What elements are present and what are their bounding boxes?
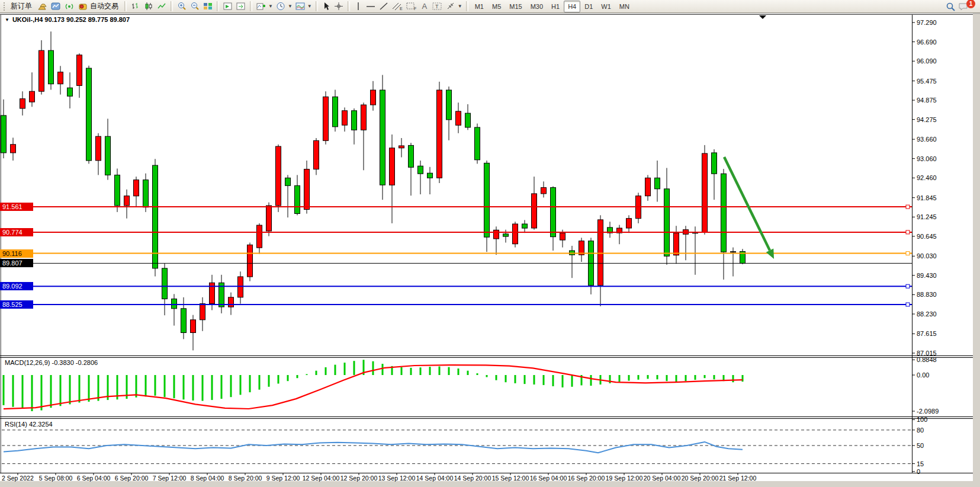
templates-dropdown-caret[interactable]: ▼ — [307, 4, 312, 9]
bar-chart-mode-button[interactable] — [129, 1, 142, 12]
candlestick — [740, 249, 746, 264]
trendline-tool-button[interactable] — [377, 1, 390, 12]
macd-histogram-bar — [88, 375, 90, 402]
timeframe-button-m15[interactable]: M15 — [505, 1, 526, 12]
macd-histogram-bar — [41, 375, 43, 411]
candlestick — [570, 246, 575, 278]
timeframe-button-h1[interactable]: H1 — [547, 1, 564, 12]
periods-dropdown-caret[interactable]: ▼ — [288, 4, 293, 9]
hline-handle-left[interactable] — [2, 205, 5, 209]
toolbar-separator — [171, 1, 173, 11]
macd-histogram-bar — [354, 361, 355, 375]
macd-histogram-bar — [571, 375, 573, 387]
indicators-button[interactable] — [255, 1, 268, 12]
candlestick — [655, 161, 660, 202]
candlestick — [494, 226, 499, 255]
candlestick — [683, 226, 689, 260]
signal-icon[interactable] — [63, 1, 76, 12]
timeframe-button-m30[interactable]: M30 — [526, 1, 547, 12]
macd-histogram-bar — [704, 375, 706, 378]
auto-scroll-button[interactable] — [234, 1, 248, 12]
timeframe-button-m5[interactable]: M5 — [488, 1, 505, 12]
autotrade-button[interactable]: 自动交易 — [76, 1, 122, 12]
crosshair-tool-button[interactable] — [332, 1, 345, 12]
timeframe-button-h4[interactable]: H4 — [564, 1, 580, 12]
new-order-label: 新订单 — [11, 1, 32, 11]
candlestick — [409, 143, 414, 196]
chart-shift-marker[interactable] — [759, 15, 766, 19]
candlestick — [626, 215, 632, 233]
hline-handle-right[interactable] — [906, 205, 910, 209]
trend-arrow-line[interactable] — [724, 157, 770, 251]
candlestick — [721, 169, 727, 280]
macd-histogram-bar — [401, 367, 403, 375]
templates-button[interactable] — [294, 1, 307, 12]
macd-histogram-bar — [316, 371, 317, 375]
macd-histogram-bar — [12, 375, 14, 407]
notification-badge[interactable]: 1 — [966, 0, 975, 8]
hline-handle-left[interactable] — [2, 230, 5, 234]
tile-windows-button[interactable] — [201, 1, 214, 12]
candlestick — [617, 225, 622, 245]
periods-button[interactable] — [274, 1, 287, 12]
candlestick — [276, 145, 281, 212]
channel-tool-button[interactable]: E — [390, 1, 404, 12]
chart-canvas[interactable] — [0, 0, 980, 487]
hline-handle-right[interactable] — [906, 230, 910, 234]
zoom-out-button[interactable] — [188, 1, 201, 12]
candlestick — [664, 168, 670, 265]
upload-history-icon[interactable] — [49, 1, 63, 12]
candlestick — [323, 91, 329, 145]
macd-histogram-bar — [335, 365, 336, 375]
zoom-in-button[interactable] — [175, 1, 188, 12]
macd-histogram-bar — [382, 364, 384, 375]
fibonacci-tool-button[interactable]: F — [404, 1, 419, 12]
toolbar-grip[interactable] — [3, 2, 5, 11]
search-icon[interactable] — [946, 2, 956, 11]
line-chart-icon — [157, 2, 166, 11]
new-order-button[interactable]: 新订单 — [7, 1, 36, 12]
candlestick — [49, 31, 54, 89]
text-label-tool-button[interactable]: T — [430, 1, 444, 12]
macd-histogram-bar — [136, 375, 137, 398]
macd-histogram-bar — [562, 375, 564, 387]
timeframe-button-m1[interactable]: M1 — [471, 1, 488, 12]
macd-histogram-bar — [325, 367, 327, 375]
candlestick — [295, 175, 300, 215]
candlestick-mode-button[interactable] — [142, 1, 155, 12]
hline-handle-right[interactable] — [906, 284, 910, 288]
zoom-in-icon — [177, 2, 187, 11]
text-tool-button[interactable]: A — [419, 1, 430, 12]
chart-expander-icon[interactable]: ▼ — [5, 17, 9, 23]
timeframe-button-w1[interactable]: W1 — [597, 1, 615, 12]
hline-handle-left[interactable] — [2, 252, 5, 255]
macd-histogram-bar — [344, 363, 346, 375]
line-chart-mode-button[interactable] — [155, 1, 168, 12]
hline-handle-right[interactable] — [906, 252, 910, 255]
timeframe-button-d1[interactable]: D1 — [580, 1, 597, 12]
candlestick — [702, 145, 708, 235]
macd-histogram-bar — [173, 375, 175, 398]
macd-histogram-bar — [98, 375, 99, 401]
hline-handle-right[interactable] — [906, 303, 910, 306]
clock-icon — [276, 2, 285, 11]
candlestick — [465, 104, 471, 130]
gold-ingots-icon[interactable] — [36, 1, 49, 12]
macd-histogram-bar — [685, 375, 687, 381]
macd-histogram-bar — [714, 375, 715, 379]
chart-shift-button[interactable] — [221, 1, 234, 12]
macd-histogram-bar — [306, 374, 308, 376]
arrows-dropdown-caret[interactable]: ▼ — [458, 4, 462, 9]
macd-histogram-bar — [458, 369, 460, 375]
hline-tool-button[interactable] — [364, 1, 377, 12]
candlestick-icon — [144, 2, 153, 11]
candlestick — [266, 203, 272, 236]
vline-tool-button[interactable] — [352, 1, 364, 12]
arrows-tool-button[interactable] — [444, 1, 457, 12]
timeframe-button-mn[interactable]: MN — [615, 1, 634, 12]
indicators-dropdown-caret[interactable]: ▼ — [268, 4, 273, 9]
cursor-tool-button[interactable] — [320, 1, 332, 12]
hline-handle-left[interactable] — [2, 303, 5, 306]
hline-handle-left[interactable] — [2, 284, 5, 288]
candlestick — [39, 40, 44, 95]
